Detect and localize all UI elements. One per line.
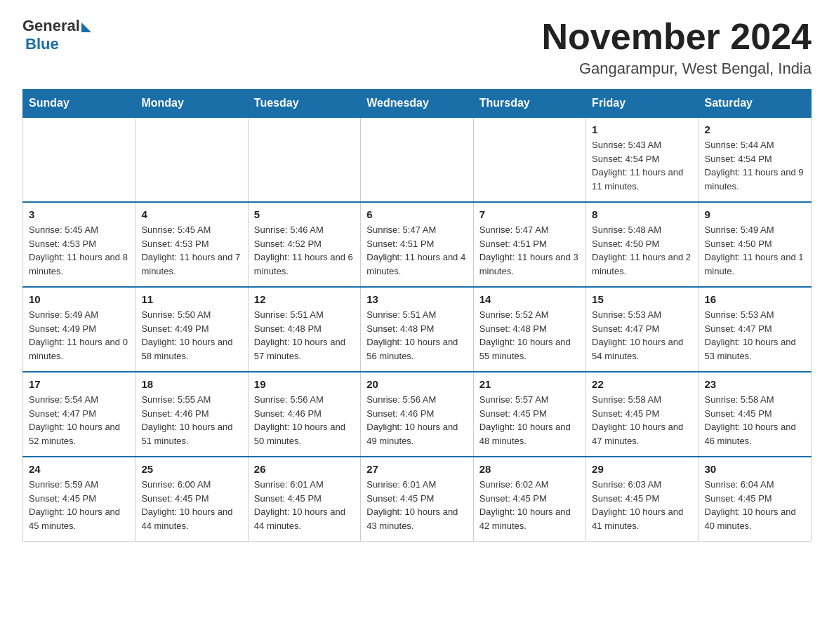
day-info: Sunrise: 5:49 AMSunset: 4:50 PMDaylight:… [705,223,805,278]
calendar-day-cell: 30Sunrise: 6:04 AMSunset: 4:45 PMDayligh… [699,457,811,542]
calendar-header-row: SundayMondayTuesdayWednesdayThursdayFrid… [23,90,812,118]
calendar-week-row: 17Sunrise: 5:54 AMSunset: 4:47 PMDayligh… [23,372,812,457]
day-number: 21 [479,378,580,390]
day-number: 2 [705,123,805,135]
day-info: Sunrise: 5:54 AMSunset: 4:47 PMDaylight:… [29,393,129,448]
logo-general-text: General [22,17,80,35]
day-info: Sunrise: 6:03 AMSunset: 4:45 PMDaylight:… [592,478,692,532]
calendar-day-cell: 8Sunrise: 5:48 AMSunset: 4:50 PMDaylight… [586,202,699,287]
day-info: Sunrise: 6:02 AMSunset: 4:45 PMDaylight:… [479,478,580,532]
day-number: 14 [479,293,580,305]
calendar-day-cell: 20Sunrise: 5:56 AMSunset: 4:46 PMDayligh… [361,372,473,457]
day-number: 9 [705,208,805,220]
col-header-friday: Friday [586,90,699,118]
calendar-day-cell [473,117,585,202]
day-number: 13 [366,293,467,305]
calendar-day-cell: 17Sunrise: 5:54 AMSunset: 4:47 PMDayligh… [23,372,135,457]
day-info: Sunrise: 6:01 AMSunset: 4:45 PMDaylight:… [254,478,355,532]
day-number: 19 [254,378,355,390]
col-header-saturday: Saturday [699,90,811,118]
day-info: Sunrise: 5:57 AMSunset: 4:45 PMDaylight:… [479,393,580,448]
day-number: 4 [141,208,241,220]
day-number: 7 [479,208,580,220]
logo-triangle-icon [81,22,91,32]
day-number: 24 [29,463,129,475]
calendar-day-cell: 13Sunrise: 5:51 AMSunset: 4:48 PMDayligh… [361,287,473,372]
calendar-day-cell: 7Sunrise: 5:47 AMSunset: 4:51 PMDaylight… [473,202,585,287]
day-info: Sunrise: 5:59 AMSunset: 4:45 PMDaylight:… [29,478,129,532]
day-number: 5 [254,208,355,220]
col-header-sunday: Sunday [23,90,135,118]
calendar-day-cell: 24Sunrise: 5:59 AMSunset: 4:45 PMDayligh… [23,457,135,542]
day-number: 20 [366,378,467,390]
day-info: Sunrise: 5:46 AMSunset: 4:52 PMDaylight:… [254,223,355,278]
day-number: 29 [592,463,692,475]
day-info: Sunrise: 5:58 AMSunset: 4:45 PMDaylight:… [592,393,692,448]
day-number: 18 [141,378,241,390]
day-info: Sunrise: 5:43 AMSunset: 4:54 PMDaylight:… [592,138,692,193]
day-info: Sunrise: 6:01 AMSunset: 4:45 PMDaylight:… [366,478,467,532]
day-number: 16 [705,293,805,305]
day-number: 23 [705,378,805,390]
calendar-day-cell: 1Sunrise: 5:43 AMSunset: 4:54 PMDaylight… [586,117,699,202]
day-info: Sunrise: 5:56 AMSunset: 4:46 PMDaylight:… [366,393,467,448]
day-info: Sunrise: 5:53 AMSunset: 4:47 PMDaylight:… [592,308,692,363]
day-info: Sunrise: 5:45 AMSunset: 4:53 PMDaylight:… [29,223,129,278]
calendar-day-cell: 14Sunrise: 5:52 AMSunset: 4:48 PMDayligh… [473,287,585,372]
day-info: Sunrise: 5:48 AMSunset: 4:50 PMDaylight:… [592,223,692,278]
day-info: Sunrise: 5:56 AMSunset: 4:46 PMDaylight:… [254,393,355,448]
location-title: Gangarampur, West Bengal, India [542,60,812,78]
day-number: 8 [592,208,692,220]
day-info: Sunrise: 6:00 AMSunset: 4:45 PMDaylight:… [141,478,241,532]
calendar-day-cell: 23Sunrise: 5:58 AMSunset: 4:45 PMDayligh… [699,372,811,457]
calendar-day-cell: 22Sunrise: 5:58 AMSunset: 4:45 PMDayligh… [586,372,699,457]
calendar-day-cell: 28Sunrise: 6:02 AMSunset: 4:45 PMDayligh… [473,457,585,542]
day-number: 22 [592,378,692,390]
day-number: 6 [366,208,467,220]
day-info: Sunrise: 5:49 AMSunset: 4:49 PMDaylight:… [29,308,129,363]
calendar-day-cell: 3Sunrise: 5:45 AMSunset: 4:53 PMDaylight… [23,202,135,287]
logo: General Blue [22,17,91,53]
col-header-tuesday: Tuesday [248,90,360,118]
calendar-day-cell: 12Sunrise: 5:51 AMSunset: 4:48 PMDayligh… [248,287,360,372]
calendar-day-cell: 16Sunrise: 5:53 AMSunset: 4:47 PMDayligh… [699,287,811,372]
day-info: Sunrise: 5:55 AMSunset: 4:46 PMDaylight:… [141,393,241,448]
calendar-day-cell [361,117,473,202]
month-title: November 2024 [542,17,812,57]
day-number: 28 [479,463,580,475]
calendar-week-row: 24Sunrise: 5:59 AMSunset: 4:45 PMDayligh… [23,457,812,542]
col-header-thursday: Thursday [473,90,585,118]
day-info: Sunrise: 5:47 AMSunset: 4:51 PMDaylight:… [479,223,580,278]
day-info: Sunrise: 5:58 AMSunset: 4:45 PMDaylight:… [705,393,805,448]
day-number: 12 [254,293,355,305]
day-number: 3 [29,208,129,220]
col-header-wednesday: Wednesday [361,90,473,118]
title-area: November 2024 Gangarampur, West Bengal, … [542,17,812,78]
day-info: Sunrise: 5:50 AMSunset: 4:49 PMDaylight:… [141,308,241,363]
day-number: 1 [592,123,692,135]
day-info: Sunrise: 5:51 AMSunset: 4:48 PMDaylight:… [254,308,355,363]
calendar-day-cell: 26Sunrise: 6:01 AMSunset: 4:45 PMDayligh… [248,457,360,542]
calendar-day-cell: 5Sunrise: 5:46 AMSunset: 4:52 PMDaylight… [248,202,360,287]
day-number: 25 [141,463,241,475]
calendar-day-cell: 18Sunrise: 5:55 AMSunset: 4:46 PMDayligh… [135,372,248,457]
day-info: Sunrise: 5:47 AMSunset: 4:51 PMDaylight:… [366,223,467,278]
day-number: 11 [141,293,241,305]
day-number: 17 [29,378,129,390]
page-header: General Blue November 2024 Gangarampur, … [22,17,812,78]
logo-blue-text: Blue [25,35,59,53]
calendar-day-cell [248,117,360,202]
calendar-day-cell: 9Sunrise: 5:49 AMSunset: 4:50 PMDaylight… [699,202,811,287]
calendar-day-cell: 19Sunrise: 5:56 AMSunset: 4:46 PMDayligh… [248,372,360,457]
calendar-day-cell: 11Sunrise: 5:50 AMSunset: 4:49 PMDayligh… [135,287,248,372]
calendar-week-row: 1Sunrise: 5:43 AMSunset: 4:54 PMDaylight… [23,117,812,202]
calendar-day-cell [23,117,135,202]
calendar-week-row: 3Sunrise: 5:45 AMSunset: 4:53 PMDaylight… [23,202,812,287]
calendar-day-cell: 2Sunrise: 5:44 AMSunset: 4:54 PMDaylight… [699,117,811,202]
day-number: 30 [705,463,805,475]
calendar-week-row: 10Sunrise: 5:49 AMSunset: 4:49 PMDayligh… [23,287,812,372]
calendar-day-cell: 6Sunrise: 5:47 AMSunset: 4:51 PMDaylight… [361,202,473,287]
day-info: Sunrise: 5:52 AMSunset: 4:48 PMDaylight:… [479,308,580,363]
calendar-day-cell [135,117,248,202]
calendar-day-cell: 15Sunrise: 5:53 AMSunset: 4:47 PMDayligh… [586,287,699,372]
